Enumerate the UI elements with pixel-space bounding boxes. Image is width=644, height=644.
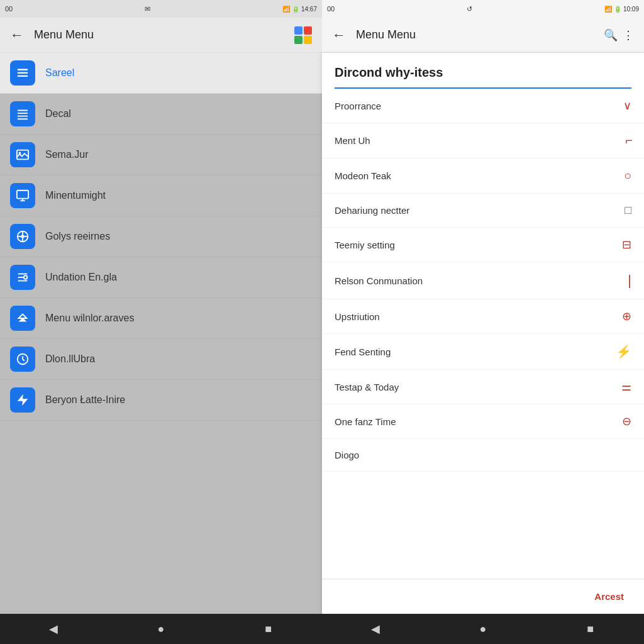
left-nav-recents-button[interactable]: ■: [253, 614, 284, 644]
semajur-icon: [10, 142, 35, 167]
bracket-icon: ⌐: [625, 133, 631, 148]
dehariung-label: Dehariung nectter: [335, 205, 409, 216]
svg-point-13: [21, 235, 25, 238]
relson-label: Relson Conmunation: [335, 275, 423, 286]
left-back-button[interactable]: ←: [10, 27, 24, 43]
option-diogo[interactable]: Diogo: [322, 439, 644, 472]
menu-item-menu-wilnlor[interactable]: Menu wilnlor.araves: [0, 298, 322, 339]
left-bottom-nav: ◀ ● ■: [0, 614, 322, 644]
svg-marker-27: [18, 394, 28, 406]
right-status-time: 00: [327, 5, 335, 13]
google-icon: [294, 26, 312, 44]
lightning-icon: ⚡: [616, 344, 631, 359]
option-teemiy[interactable]: Teemiy setting ⊟: [322, 228, 644, 262]
testap-today-label: Testap & Today: [335, 382, 399, 392]
equalizer-icon: ⚌: [621, 380, 631, 394]
status-bar-right: 00 ↺ 📶🔋 10:09: [322, 0, 644, 18]
undation-icon: [10, 265, 35, 290]
decal-label: Decal: [45, 108, 71, 119]
svg-rect-5: [18, 116, 28, 117]
left-nav-back-button[interactable]: ◀: [38, 614, 69, 644]
teemiy-label: Teemiy setting: [335, 240, 395, 250]
chat-icon: ⊖: [622, 414, 631, 428]
minus-square-icon: ⊟: [622, 238, 631, 252]
modeon-teak-label: Modeon Teak: [335, 170, 391, 181]
sareel-icon: [10, 60, 35, 86]
svg-point-21: [24, 275, 28, 279]
right-nav-home-button[interactable]: ●: [468, 614, 498, 644]
main-area: ← Menu Menu Sareel Decal: [0, 18, 644, 614]
decal-icon: [10, 101, 35, 126]
right-status-notification: ↺: [467, 5, 472, 13]
more-options-icon[interactable]: ⋮: [623, 28, 634, 42]
svg-rect-3: [18, 110, 28, 111]
svg-point-8: [19, 152, 21, 154]
dion-label: Dlon.llUbra: [45, 353, 95, 365]
left-status-time-main: 14:67: [301, 6, 317, 13]
diogo-label: Diogo: [335, 450, 359, 460]
dialog-footer: Arcest: [322, 579, 644, 614]
golysreeirnes-label: Golys reeirnes: [45, 231, 110, 242]
proorrance-label: Proorrance: [335, 101, 381, 111]
minentumight-icon: [10, 183, 35, 208]
right-app-title: Menu Menu: [356, 28, 599, 42]
sareel-label: Sareel: [45, 67, 74, 79]
bottom-navigation: ◀ ● ■ ◀ ● ■: [0, 614, 644, 644]
menu-item-undation[interactable]: Undation En.gla: [0, 257, 322, 298]
option-fend-senting[interactable]: Fend Senting ⚡: [322, 334, 644, 370]
right-status-icons: 📶🔋 10:09: [604, 6, 639, 13]
left-app-bar: ← Menu Menu: [0, 18, 322, 53]
left-menu-list: Sareel Decal Sema.Jur Minentumight: [0, 53, 322, 614]
option-testap-today[interactable]: Testap & Today ⚌: [322, 370, 644, 404]
right-panel: ← Menu Menu 🔍 ⋮ Dircond why-itess Proorr…: [322, 18, 644, 614]
semajur-label: Sema.Jur: [45, 149, 88, 160]
right-nav-back-button[interactable]: ◀: [360, 614, 391, 644]
option-upstriution[interactable]: Upstriution ⊕: [322, 299, 644, 334]
svg-rect-0: [18, 69, 28, 70]
beryon-label: Beryon Łatte-Inire: [45, 394, 125, 406]
option-dehariung[interactable]: Dehariung nectter □: [322, 194, 644, 228]
left-status-icons: 📶🔋 14:67: [282, 6, 317, 13]
option-modeon-teak[interactable]: Modeon Teak ○: [322, 158, 644, 194]
left-status-time: 00: [5, 5, 13, 13]
chevron-down-icon: ∨: [623, 99, 631, 113]
arcest-button[interactable]: Arcest: [587, 586, 631, 607]
left-nav-home-button[interactable]: ●: [146, 614, 176, 644]
option-relson[interactable]: Relson Conmunation |: [322, 262, 644, 299]
svg-marker-22: [19, 314, 27, 318]
svg-rect-4: [18, 113, 28, 114]
svg-rect-9: [17, 191, 28, 199]
option-ment-uh[interactable]: Ment Uh ⌐: [322, 123, 644, 158]
menu-item-minentumight[interactable]: Minentumight: [0, 175, 322, 216]
left-status-notification: ✉: [145, 5, 150, 13]
right-status-time-main: 10:09: [623, 6, 639, 13]
right-back-button[interactable]: ←: [332, 27, 346, 43]
menu-item-dion[interactable]: Dlon.llUbra: [0, 339, 322, 380]
svg-rect-2: [18, 75, 28, 77]
square-outline-icon: □: [625, 204, 631, 217]
menu-wilnlor-label: Menu wilnlor.araves: [45, 313, 134, 324]
menu-wilnlor-icon: [10, 306, 35, 331]
one-fanz-label: One fanz Time: [335, 416, 396, 427]
menu-item-golysreeirnes[interactable]: Golys reeirnes: [0, 216, 322, 257]
golysreeirnes-icon: [10, 224, 35, 249]
upstriution-label: Upstriution: [335, 311, 380, 322]
menu-item-decal[interactable]: Decal: [0, 94, 322, 135]
option-one-fanz[interactable]: One fanz Time ⊖: [322, 404, 644, 439]
menu-item-beryon[interactable]: Beryon Łatte-Inire: [0, 380, 322, 421]
dialog-sheet: Dircond why-itess Proorrance ∨ Ment Uh ⌐…: [322, 53, 644, 614]
right-bottom-nav: ◀ ● ■: [322, 614, 644, 644]
line-icon: |: [628, 272, 631, 289]
dialog-title: Dircond why-itess: [322, 53, 644, 87]
menu-item-semajur[interactable]: Sema.Jur: [0, 135, 322, 175]
option-proorrance[interactable]: Proorrance ∨: [322, 89, 644, 123]
search-icon[interactable]: 🔍: [604, 28, 618, 42]
right-nav-recents-button[interactable]: ■: [575, 614, 606, 644]
menu-item-sareel[interactable]: Sareel: [0, 53, 322, 94]
undation-label: Undation En.gla: [45, 272, 117, 283]
beryon-icon: [10, 387, 35, 413]
fend-senting-label: Fend Senting: [335, 347, 391, 357]
dialog-options-list: Proorrance ∨ Ment Uh ⌐ Modeon Teak ○ Deh…: [322, 89, 644, 579]
dion-icon: [10, 347, 35, 372]
left-app-title: Menu Menu: [34, 28, 294, 42]
